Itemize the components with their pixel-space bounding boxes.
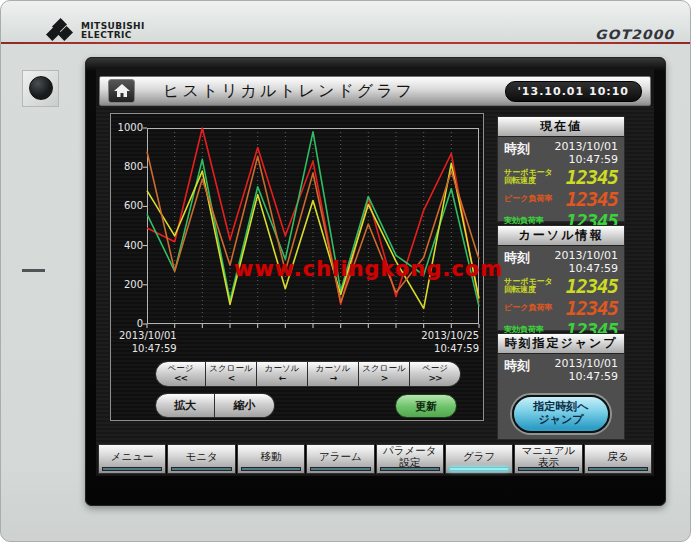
title-bar: ヒストリカルトレンドグラフ '13.10.01 10:10 bbox=[99, 76, 651, 106]
time-label: 時刻 bbox=[504, 140, 530, 158]
value-row: サーボモータ 回転速度 12345 bbox=[504, 275, 618, 297]
menu-button-graph[interactable]: グラフ bbox=[445, 444, 513, 474]
scroll-forward-button[interactable]: スクロール > bbox=[359, 361, 410, 387]
value-row: ピーク負荷率 12345 bbox=[504, 297, 618, 319]
y-tick-label: 200 bbox=[113, 279, 143, 290]
menu-button-menu[interactable]: メニュー bbox=[98, 444, 166, 474]
menu-button-manual[interactable]: マニュアル 表示 bbox=[514, 444, 582, 474]
x-end-label: 2013/10/25 10:47:59 bbox=[421, 330, 479, 355]
hmi-device-bezel: MITSUBISHI ELECTRIC GOT2000 ヒストリカルトレンドグラ… bbox=[0, 0, 691, 542]
time-value: 2013/10/01 10:47:59 bbox=[555, 140, 618, 166]
trend-plot-svg bbox=[147, 128, 479, 324]
jump-to-time-button[interactable]: 指定時刻へ ジャンプ bbox=[512, 395, 610, 433]
bezel-marker bbox=[22, 269, 45, 272]
time-label: 時刻 bbox=[504, 357, 530, 375]
front-sensor bbox=[22, 70, 59, 107]
y-tick-label: 0 bbox=[113, 318, 143, 329]
menu-button-back[interactable]: 戻る bbox=[584, 444, 652, 474]
value-row: ピーク負荷率 12345 bbox=[504, 188, 618, 210]
panel-title: 時刻指定ジャンプ bbox=[498, 334, 624, 354]
peak-load-value: 12345 bbox=[566, 188, 618, 210]
panel-title: カーソル情報 bbox=[498, 226, 624, 246]
zoom-out-button[interactable]: 縮小 bbox=[215, 393, 275, 418]
page-title: ヒストリカルトレンドグラフ bbox=[163, 81, 505, 102]
panel-title: 現在値 bbox=[498, 117, 624, 137]
bottom-menu-bar: メニュー モニタ 移動 アラーム パラメータ 設定 グラフ マニュアル 表示 戻… bbox=[98, 444, 652, 474]
y-tick-label: 400 bbox=[113, 240, 143, 251]
time-value: 2013/10/01 10:47:59 bbox=[555, 357, 618, 383]
y-tick-label: 800 bbox=[113, 161, 143, 172]
menu-button-move[interactable]: 移動 bbox=[237, 444, 305, 474]
peak-load-value: 12345 bbox=[566, 297, 618, 319]
y-tick-label: 600 bbox=[113, 200, 143, 211]
zoom-buttons: 拡大 縮小 bbox=[155, 393, 275, 418]
time-jump-panel: 時刻指定ジャンプ 時刻 2013/10/01 10:47:59 指定時刻へ ジャ… bbox=[497, 333, 625, 440]
trend-plot bbox=[147, 128, 479, 324]
scroll-back-button[interactable]: スクロール < bbox=[206, 361, 257, 387]
bezel-accent-line bbox=[1, 42, 691, 44]
trend-nav-buttons: ページ << スクロール < カーソル ← カーソル → スクロール > bbox=[155, 361, 461, 387]
servo-speed-value: 12345 bbox=[566, 275, 618, 297]
mitsubishi-diamond-icon bbox=[45, 21, 75, 40]
watermark-text: www.chlingkong.com bbox=[234, 257, 503, 281]
servo-speed-value: 12345 bbox=[566, 166, 618, 188]
time-value: 2013/10/01 10:47:59 bbox=[555, 249, 618, 275]
time-label: 時刻 bbox=[504, 249, 530, 267]
clock-display: '13.10.01 10:10 bbox=[505, 81, 643, 102]
cursor-right-button[interactable]: カーソル → bbox=[308, 361, 359, 387]
lcd-screen: ヒストリカルトレンドグラフ '13.10.01 10:10 1000 800 6… bbox=[96, 69, 654, 476]
menu-button-monitor[interactable]: モニタ bbox=[167, 444, 235, 474]
home-button[interactable] bbox=[108, 79, 135, 103]
home-icon bbox=[114, 84, 130, 98]
value-row: サーボモータ 回転速度 12345 bbox=[504, 166, 618, 188]
cursor-left-button[interactable]: カーソル ← bbox=[257, 361, 308, 387]
sensor-lens-icon bbox=[29, 76, 53, 100]
zoom-in-button[interactable]: 拡大 bbox=[155, 393, 215, 418]
menu-button-parameter[interactable]: パラメータ 設定 bbox=[376, 444, 444, 474]
brand-text: MITSUBISHI ELECTRIC bbox=[81, 22, 145, 40]
update-button[interactable]: 更新 bbox=[395, 394, 457, 418]
y-tick-label: 1000 bbox=[113, 122, 143, 133]
model-logo: GOT2000 bbox=[595, 27, 674, 42]
menu-button-alarm[interactable]: アラーム bbox=[306, 444, 374, 474]
page-back-button[interactable]: ページ << bbox=[155, 361, 206, 387]
x-start-label: 2013/10/01 10:47:59 bbox=[119, 330, 177, 355]
page-forward-button[interactable]: ページ >> bbox=[410, 361, 461, 387]
brand-logo: MITSUBISHI ELECTRIC bbox=[45, 21, 145, 40]
cursor-info-panel: カーソル情報 時刻 2013/10/01 10:47:59 サーボモータ 回転速… bbox=[497, 225, 625, 331]
current-value-panel: 現在値 時刻 2013/10/01 10:47:59 サーボモータ 回転速度 1… bbox=[497, 116, 625, 222]
